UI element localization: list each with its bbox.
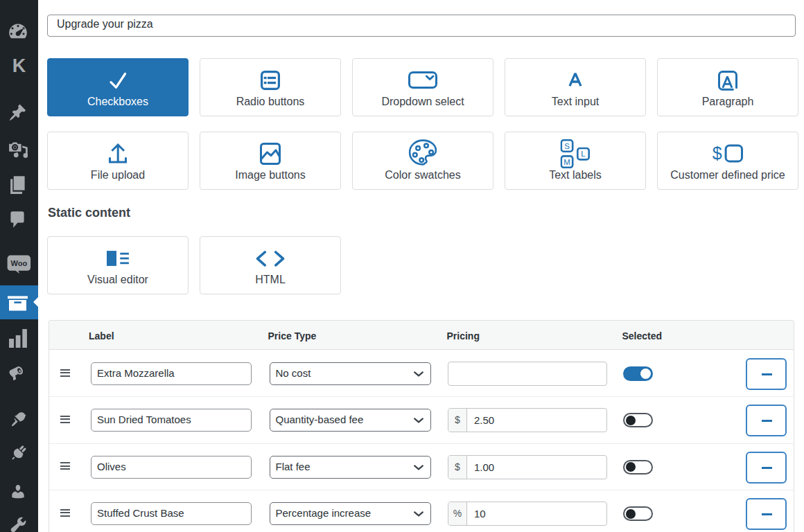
svg-text:$: $: [713, 144, 722, 163]
svg-text:Woo: Woo: [11, 259, 28, 267]
svg-text:M: M: [563, 158, 570, 166]
svg-text:L: L: [581, 150, 586, 158]
svg-text:S: S: [564, 142, 570, 150]
